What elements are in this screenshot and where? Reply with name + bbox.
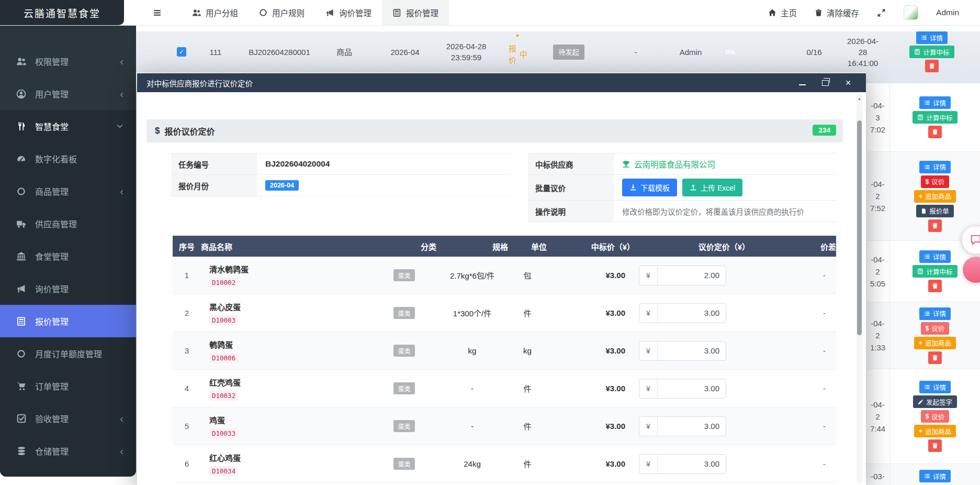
fullscreen-toggle[interactable] xyxy=(877,8,886,17)
selected-row-continuation xyxy=(866,72,980,83)
row-checkbox[interactable]: ✓ xyxy=(177,47,186,57)
calc-winner-button[interactable]: 计算中标 xyxy=(913,111,957,124)
detail-button[interactable]: 详情 xyxy=(919,307,951,320)
sidebar-item-products[interactable]: 商品管理 ‹ xyxy=(0,175,136,207)
hamburger-menu-icon[interactable] xyxy=(153,8,162,17)
download-template-button[interactable]: 下载模板 xyxy=(622,179,677,196)
currency-prefix: ¥ xyxy=(639,304,658,323)
unit-cell: 件 xyxy=(508,458,547,469)
maximize-button[interactable] xyxy=(821,79,829,87)
upload-icon xyxy=(690,184,697,191)
product-name: 红壳鸡蛋 xyxy=(209,377,372,388)
modal-titlebar[interactable]: 对中标供应商报价进行议价定价 × xyxy=(137,73,866,92)
modal-title: 对中标供应商报价进行议价定价 xyxy=(147,78,253,89)
negotiate-button[interactable]: $议价 xyxy=(921,322,950,335)
nego-price-input[interactable] xyxy=(658,455,726,473)
detail-button[interactable]: 详情 xyxy=(916,31,948,44)
detail-button[interactable]: 详情 xyxy=(919,96,951,109)
negotiate-button[interactable]: $议价 xyxy=(921,410,950,423)
calc-winner-button[interactable]: 计算中标 xyxy=(909,46,954,58)
calculator-icon xyxy=(16,316,27,326)
upload-excel-button[interactable]: 上传 Excel xyxy=(682,179,742,196)
supplier-name[interactable]: 云南明盛食品有限公司 xyxy=(622,158,715,170)
delete-button[interactable] xyxy=(928,280,942,292)
nego-price-input[interactable] xyxy=(658,417,726,436)
delete-button[interactable] xyxy=(928,439,942,452)
nego-price-input[interactable] xyxy=(658,266,726,285)
header-category: 分类 xyxy=(372,241,436,252)
delete-button[interactable] xyxy=(925,60,939,72)
row-time-fragment: -04-27:44 xyxy=(866,369,889,464)
quotation-table-row: ✓ 111 BJ202604280001 商品 2026-04 2026-04-… xyxy=(136,31,980,72)
list-icon xyxy=(921,35,927,41)
detail-button[interactable]: 详情 xyxy=(919,381,951,393)
user-menu[interactable]: Admin xyxy=(936,8,959,17)
sidebar-item-warehouse[interactable]: 仓储管理 ‹ xyxy=(0,435,136,467)
nego-price-input[interactable] xyxy=(658,341,726,360)
delete-button[interactable] xyxy=(928,126,942,138)
trash-icon xyxy=(932,355,938,361)
nav-label: 用户分组 xyxy=(206,7,238,18)
add-product-button[interactable]: +追加商品 xyxy=(914,337,956,349)
table-row: 6 红心鸡蛋 D10034 蛋类 24kg 件 ¥3.00 ¥ - xyxy=(173,445,836,483)
clear-cache-link[interactable]: 清除缓存 xyxy=(815,7,859,18)
sidebar-item-quotation[interactable]: 报价管理 xyxy=(0,305,136,337)
nego-price-input[interactable] xyxy=(658,379,726,398)
chevron-left-icon: ‹ xyxy=(120,56,123,67)
nav-user-rules[interactable]: 用户规则 xyxy=(249,0,315,25)
product-code: D10003 xyxy=(209,315,238,325)
add-product-button[interactable]: +追加商品 xyxy=(914,425,956,437)
product-name: 鹌鹑蛋 xyxy=(209,339,372,350)
sidebar-item-dashboard[interactable]: 数字化看板 xyxy=(0,142,136,175)
sidebar-item-orders[interactable]: 订单管理 xyxy=(0,370,136,402)
sidebar-item-smart-canteen[interactable]: 智慧食堂 xyxy=(0,110,136,142)
unit-cell: 件 xyxy=(508,421,547,432)
avatar[interactable] xyxy=(904,5,918,20)
row-progress: 0% xyxy=(720,31,741,72)
nav-inquiry[interactable]: 询价管理 xyxy=(315,0,382,25)
detail-button[interactable]: 详情 xyxy=(919,470,951,482)
sidebar-item-canteens[interactable]: 食堂管理 xyxy=(0,240,136,272)
category-badge: 蛋类 xyxy=(393,307,414,319)
add-product-button[interactable]: +追加商品 xyxy=(914,190,956,203)
sidebar-item-permissions[interactable]: 权限管理 ‹ xyxy=(0,45,136,78)
expand-icon xyxy=(877,8,886,17)
nego-price-input[interactable] xyxy=(658,304,726,323)
delete-button[interactable] xyxy=(928,219,942,232)
spec-cell: - xyxy=(436,384,508,393)
close-button[interactable]: × xyxy=(844,79,852,87)
detail-button[interactable]: 详情 xyxy=(919,161,951,173)
nav-user-groups[interactable]: 用户分组 xyxy=(182,0,249,25)
price-table: 序号 商品名称 分类 规格 单位 中标价（¥） 议价定价（¥） 价差 1 清水鹌… xyxy=(173,236,836,483)
dollar-icon: $ xyxy=(155,126,160,136)
scroll-up-icon[interactable]: ▲ xyxy=(857,96,862,101)
sidebar-item-acceptance[interactable]: 验收管理 ‹ xyxy=(0,402,136,435)
minimize-button[interactable] xyxy=(798,79,806,87)
row-time-fragment: -03- xyxy=(866,464,889,485)
negotiate-button[interactable]: $议价 xyxy=(921,175,950,188)
home-link[interactable]: 主页 xyxy=(768,7,797,18)
document-icon xyxy=(921,208,927,214)
sidebar-item-suppliers[interactable]: 供应商管理 xyxy=(0,207,136,240)
scrollbar-thumb[interactable] xyxy=(857,120,862,335)
row-actions: 详情 计算中标 xyxy=(889,83,980,151)
row-actions: 详情 xyxy=(889,464,980,485)
list-icon xyxy=(924,473,930,479)
quotation-sheet-button[interactable]: 报价单 xyxy=(916,205,954,217)
sign-button[interactable]: 发起签字 xyxy=(913,395,957,408)
users-icon xyxy=(16,57,27,67)
currency-prefix: ¥ xyxy=(639,341,658,360)
row-actions: 详情 $议价 +追加商品 xyxy=(889,302,980,369)
modal-scrollbar[interactable]: ▲ xyxy=(857,94,862,483)
plus-icon: + xyxy=(919,193,922,200)
sidebar-item-monthly-quota[interactable]: 月度订单额度管理 xyxy=(0,337,136,370)
sidebar-item-inquiry[interactable]: 询价管理 xyxy=(0,272,136,305)
row-code: BJ202604280001 xyxy=(243,31,316,72)
detail-button[interactable]: 详情 xyxy=(919,250,951,263)
sidebar-item-users[interactable]: 用户管理 ‹ xyxy=(0,78,136,110)
currency-prefix: ¥ xyxy=(639,379,658,398)
nav-quotation[interactable]: 报价管理 xyxy=(382,0,449,25)
calc-winner-button[interactable]: 计算中标 xyxy=(913,265,957,278)
delete-button[interactable] xyxy=(928,351,942,364)
status-badge: 待发起 xyxy=(553,45,584,60)
